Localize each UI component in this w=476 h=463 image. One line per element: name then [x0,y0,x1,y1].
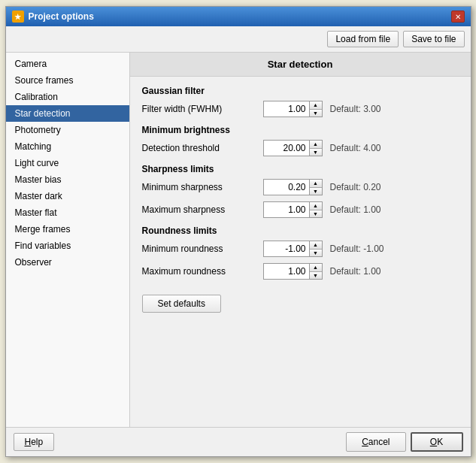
spin-up-max-roundness[interactable]: ▲ [310,264,322,272]
sidebar-item-source-frames[interactable]: Source frames [6,72,129,89]
toolbar: Load from file Save to file [6,26,471,53]
input-detection-threshold[interactable] [264,141,309,156]
section-title-roundness-limits: Roundness limits [142,225,459,236]
sidebar-item-light-curve[interactable]: Light curve [6,155,129,171]
field-row-detection-threshold: Detection threshold▲▼Default: 4.00 [142,140,459,156]
field-row-min-sharpness: Minimum sharpness▲▼Default: 0.20 [142,179,459,195]
spin-down-filter-width[interactable]: ▼ [310,110,322,117]
main-content: Gaussian filterFilter width (FWHM)▲▼Defa… [130,77,471,427]
section-title-gaussian-filter: Gaussian filter [142,86,459,96]
field-row-max-sharpness: Maximum sharpness▲▼Default: 1.00 [142,201,459,218]
sidebar: CameraSource framesCalibrationStar detec… [6,53,130,427]
spinbox-max-roundness[interactable]: ▲▼ [263,263,323,280]
cancel-label: Cancel [362,437,390,447]
section-title-minimum-brightness: Minimum brightness [142,125,459,135]
spin-up-filter-width[interactable]: ▲ [310,101,322,110]
field-row-min-roundness: Minimum roundness▲▼Default: -1.00 [142,241,459,257]
spin-up-detection-threshold[interactable]: ▲ [310,141,322,149]
default-text-min-sharpness: Default: 0.20 [330,182,381,192]
field-label-max-sharpness: Maximum sharpness [142,204,259,215]
load-from-file-button[interactable]: Load from file [327,31,399,47]
sidebar-item-camera[interactable]: Camera [6,56,129,72]
sidebar-item-master-dark[interactable]: Master dark [6,188,129,204]
sidebar-item-master-bias[interactable]: Master bias [6,171,129,188]
title-bar: ★ Project options ✕ [6,7,471,26]
sidebar-item-merge-frames[interactable]: Merge frames [6,221,129,238]
spinbox-min-roundness[interactable]: ▲▼ [263,241,323,257]
default-text-filter-width: Default: 3.00 [330,104,381,114]
field-label-min-sharpness: Minimum sharpness [142,182,259,192]
sidebar-item-observer[interactable]: Observer [6,254,129,271]
spinbox-filter-width[interactable]: ▲▼ [263,101,323,117]
spin-down-max-roundness[interactable]: ▼ [310,272,322,280]
field-label-min-roundness: Minimum roundness [142,244,259,254]
field-label-max-roundness: Maximum roundness [142,266,259,277]
default-text-max-sharpness: Default: 1.00 [330,204,381,215]
window-title: Project options [29,11,94,22]
spin-up-max-sharpness[interactable]: ▲ [310,202,322,210]
input-max-roundness[interactable] [264,264,309,279]
field-label-detection-threshold: Detection threshold [142,143,259,153]
footer: Help Cancel OK [6,427,471,456]
sidebar-item-star-detection[interactable]: Star detection [6,105,129,122]
section-header: Star detection [130,53,471,77]
close-button[interactable]: ✕ [451,11,465,23]
spin-down-max-sharpness[interactable]: ▼ [310,210,322,218]
field-row-filter-width: Filter width (FWHM)▲▼Default: 3.00 [142,101,459,117]
field-label-filter-width: Filter width (FWHM) [142,104,259,114]
spin-down-min-sharpness[interactable]: ▼ [310,188,322,195]
help-label: Help [25,437,44,447]
sidebar-item-find-variables[interactable]: Find variables [6,238,129,254]
help-button[interactable]: Help [14,433,55,451]
sidebar-item-photometry[interactable]: Photometry [6,122,129,138]
field-row-max-roundness: Maximum roundness▲▼Default: 1.00 [142,263,459,280]
save-to-file-button[interactable]: Save to file [403,31,464,47]
spin-down-detection-threshold[interactable]: ▼ [310,149,322,156]
input-filter-width[interactable] [264,101,309,117]
window-icon: ★ [12,11,24,23]
input-max-sharpness[interactable] [264,202,309,217]
spin-up-min-sharpness[interactable]: ▲ [310,180,322,188]
sidebar-item-matching[interactable]: Matching [6,138,129,155]
ok-button[interactable]: OK [411,432,463,452]
project-options-window: ★ Project options ✕ Load from file Save … [5,6,471,457]
main-area: Star detection Gaussian filterFilter wid… [130,53,471,427]
default-text-max-roundness: Default: 1.00 [330,266,381,277]
spinbox-max-sharpness[interactable]: ▲▼ [263,201,323,218]
sidebar-item-calibration[interactable]: Calibration [6,89,129,105]
content-area: CameraSource framesCalibrationStar detec… [6,53,471,427]
sidebar-item-master-flat[interactable]: Master flat [6,204,129,221]
default-text-detection-threshold: Default: 4.00 [330,143,381,153]
default-text-min-roundness: Default: -1.00 [330,244,384,254]
spinbox-min-sharpness[interactable]: ▲▼ [263,179,323,195]
ok-label: OK [430,437,443,447]
set-defaults-button[interactable]: Set defaults [142,295,221,313]
input-min-sharpness[interactable] [264,180,309,195]
input-min-roundness[interactable] [264,241,309,256]
spin-up-min-roundness[interactable]: ▲ [310,241,322,250]
spinbox-detection-threshold[interactable]: ▲▼ [263,140,323,156]
section-title-sharpness-limits: Sharpness limits [142,164,459,174]
set-defaults-row: Set defaults [142,295,459,313]
cancel-button[interactable]: Cancel [346,432,405,452]
spin-down-min-roundness[interactable]: ▼ [310,250,322,257]
